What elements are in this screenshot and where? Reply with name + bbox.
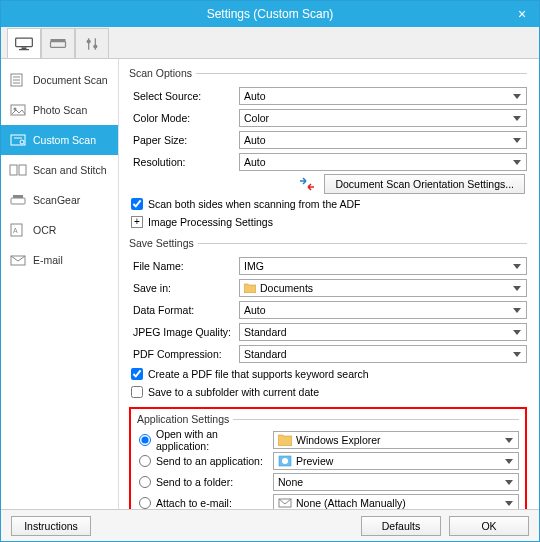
- label-pdf-compression: PDF Compression:: [129, 348, 239, 360]
- svg-rect-19: [19, 165, 26, 175]
- custom-icon: [9, 133, 27, 147]
- label-save-in: Save in:: [129, 282, 239, 294]
- select-value: Standard: [244, 348, 287, 360]
- radio-open-with-app[interactable]: [139, 434, 151, 446]
- select-value: Auto: [244, 304, 266, 316]
- sidebar-item-scan-stitch[interactable]: Scan and Stitch: [1, 155, 118, 185]
- sidebar-item-custom-scan[interactable]: Custom Scan: [1, 125, 118, 155]
- select-open-with-app[interactable]: Windows Explorer: [273, 431, 519, 449]
- radio-label: Send to an application:: [156, 455, 263, 467]
- application-settings-section: Application Settings Open with an applic…: [137, 413, 519, 509]
- window-title: Settings (Custom Scan): [207, 7, 334, 21]
- select-value: Windows Explorer: [296, 434, 381, 446]
- select-value: None: [278, 476, 303, 488]
- select-value: None (Attach Manually): [296, 497, 406, 509]
- swap-icon[interactable]: [296, 177, 318, 191]
- label-jpeg-quality: JPEG Image Quality:: [129, 326, 239, 338]
- radio-send-to-folder[interactable]: [139, 476, 151, 488]
- folder-icon: [244, 283, 256, 293]
- svg-rect-4: [51, 39, 66, 42]
- scan-options-section: Scan Options Select Source: Auto Color M…: [129, 67, 527, 235]
- mail-icon: [278, 497, 292, 509]
- sidebar-item-label: Document Scan: [33, 74, 108, 86]
- svg-point-8: [93, 44, 97, 48]
- select-value: Auto: [244, 90, 266, 102]
- radio-label: Open with an application:: [156, 428, 273, 452]
- tab-computer[interactable]: [7, 28, 41, 58]
- sidebar-item-email[interactable]: E-mail: [1, 245, 118, 275]
- select-value: Color: [244, 112, 269, 124]
- sidebar-item-document-scan[interactable]: Document Scan: [1, 65, 118, 95]
- footer: Instructions Defaults OK: [1, 509, 539, 541]
- scangear-icon: [9, 193, 27, 207]
- svg-rect-1: [22, 47, 27, 49]
- ocr-icon: A: [9, 223, 27, 237]
- select-value: Preview: [296, 455, 333, 467]
- svg-point-6: [87, 39, 91, 43]
- sidebar-item-label: E-mail: [33, 254, 63, 266]
- sidebar-item-photo-scan[interactable]: Photo Scan: [1, 95, 118, 125]
- checkbox-scan-both-sides[interactable]: [131, 198, 143, 210]
- select-resolution[interactable]: Auto: [239, 153, 527, 171]
- document-icon: [9, 73, 27, 87]
- radio-label: Send to a folder:: [156, 476, 233, 488]
- sidebar-item-label: OCR: [33, 224, 56, 236]
- sidebar-item-ocr[interactable]: A OCR: [1, 215, 118, 245]
- select-jpeg-quality[interactable]: Standard: [239, 323, 527, 341]
- select-paper-size[interactable]: Auto: [239, 131, 527, 149]
- sidebar-item-label: Custom Scan: [33, 134, 96, 146]
- top-tabbar: [1, 27, 539, 59]
- select-color-mode[interactable]: Color: [239, 109, 527, 127]
- select-value: Documents: [260, 282, 313, 294]
- select-send-to-folder[interactable]: None: [273, 473, 519, 491]
- select-data-format[interactable]: Auto: [239, 301, 527, 319]
- settings-window: Settings (Custom Scan) × Document Scan P…: [0, 0, 540, 542]
- main-panel: Scan Options Select Source: Auto Color M…: [119, 59, 539, 509]
- svg-rect-3: [51, 41, 66, 47]
- select-pdf-compression[interactable]: Standard: [239, 345, 527, 363]
- input-file-name[interactable]: IMG: [239, 257, 527, 275]
- sidebar-item-label: Photo Scan: [33, 104, 87, 116]
- section-title: Scan Options: [129, 67, 196, 79]
- sidebar-item-label: ScanGear: [33, 194, 80, 206]
- titlebar: Settings (Custom Scan) ×: [1, 1, 539, 27]
- label-file-name: File Name:: [129, 260, 239, 272]
- sliders-icon: [82, 36, 102, 52]
- ok-button[interactable]: OK: [449, 516, 529, 536]
- svg-point-17: [20, 140, 24, 144]
- checkbox-label: Scan both sides when scanning from the A…: [148, 198, 360, 210]
- button-label: Instructions: [24, 520, 78, 532]
- stitch-icon: [9, 163, 27, 177]
- radio-send-to-app[interactable]: [139, 455, 151, 467]
- save-settings-section: Save Settings File Name: IMG Save in: Do…: [129, 237, 527, 405]
- select-send-to-app[interactable]: Preview: [273, 452, 519, 470]
- tab-scanner[interactable]: [41, 28, 75, 58]
- explorer-icon: [278, 434, 292, 446]
- checkbox-subfolder-date[interactable]: [131, 386, 143, 398]
- close-icon[interactable]: ×: [513, 5, 531, 23]
- sidebar-item-scangear[interactable]: ScanGear: [1, 185, 118, 215]
- email-icon: [9, 253, 27, 267]
- radio-attach-email[interactable]: [139, 497, 151, 509]
- sidebar: Document Scan Photo Scan Custom Scan Sca…: [1, 59, 119, 509]
- defaults-button[interactable]: Defaults: [361, 516, 441, 536]
- button-label: OK: [481, 520, 496, 532]
- tab-tools[interactable]: [75, 28, 109, 58]
- svg-rect-21: [13, 195, 23, 198]
- select-attach-email[interactable]: None (Attach Manually): [273, 494, 519, 510]
- svg-rect-2: [19, 49, 29, 50]
- sidebar-item-label: Scan and Stitch: [33, 164, 107, 176]
- select-source[interactable]: Auto: [239, 87, 527, 105]
- checkbox-keyword-search[interactable]: [131, 368, 143, 380]
- photo-icon: [9, 103, 27, 117]
- orientation-settings-button[interactable]: Document Scan Orientation Settings...: [324, 174, 525, 194]
- select-value: IMG: [244, 260, 264, 272]
- button-label: Defaults: [382, 520, 421, 532]
- select-value: Auto: [244, 134, 266, 146]
- select-save-in[interactable]: Documents: [239, 279, 527, 297]
- instructions-button[interactable]: Instructions: [11, 516, 91, 536]
- checkbox-label: Create a PDF file that supports keyword …: [148, 368, 369, 380]
- expand-image-processing[interactable]: + Image Processing Settings: [129, 213, 527, 231]
- select-value: Auto: [244, 156, 266, 168]
- label-paper-size: Paper Size:: [129, 134, 239, 146]
